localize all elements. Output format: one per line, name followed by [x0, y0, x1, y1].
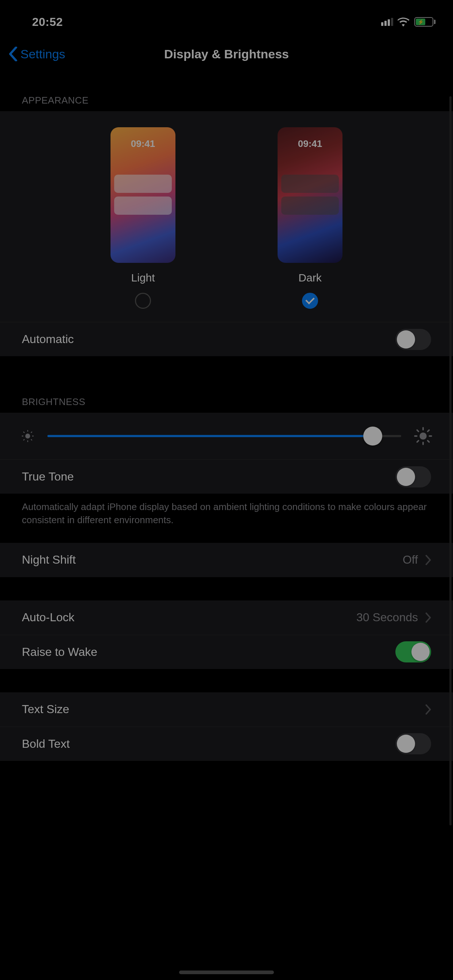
chevron-left-icon — [9, 47, 18, 61]
night-shift-label: Night Shift — [22, 553, 76, 566]
svg-line-15 — [428, 441, 429, 442]
appearance-mode-light[interactable]: 09:41 Light — [110, 127, 175, 309]
page-title: Display & Brightness — [164, 47, 289, 61]
chevron-right-icon — [425, 555, 431, 565]
status-bar: 20:52 ⚡ — [0, 0, 453, 37]
automatic-toggle[interactable] — [396, 329, 431, 350]
light-radio[interactable] — [135, 293, 151, 309]
brightness-slider-row — [0, 413, 453, 460]
section-header-appearance: APPEARANCE — [0, 72, 453, 111]
night-shift-group: Night Shift Off — [0, 543, 453, 577]
section-header-brightness: BRIGHTNESS — [0, 356, 453, 413]
status-icons: ⚡ — [381, 17, 435, 27]
svg-line-6 — [31, 440, 32, 441]
display-options-group: Auto-Lock 30 Seconds Raise to Wake — [0, 600, 453, 669]
raise-to-wake-label: Raise to Wake — [22, 645, 97, 659]
svg-line-7 — [24, 440, 24, 441]
auto-lock-label: Auto-Lock — [22, 611, 74, 624]
wifi-icon — [397, 17, 410, 27]
nav-bar: Settings Display & Brightness — [0, 37, 453, 72]
svg-line-14 — [417, 430, 419, 432]
text-size-row[interactable]: Text Size — [0, 692, 453, 727]
svg-line-5 — [24, 432, 24, 433]
sun-max-icon — [414, 426, 432, 445]
status-time: 20:52 — [32, 15, 63, 29]
text-size-label: Text Size — [22, 703, 69, 716]
auto-lock-row[interactable]: Auto-Lock 30 Seconds — [0, 600, 453, 635]
true-tone-label: True Tone — [22, 470, 74, 484]
chevron-right-icon — [425, 612, 431, 623]
night-shift-row[interactable]: Night Shift Off — [0, 543, 453, 577]
scroll-indicator[interactable] — [449, 96, 451, 826]
true-tone-description: Automatically adapt iPhone display based… — [0, 494, 453, 543]
dark-label: Dark — [298, 272, 321, 284]
battery-icon: ⚡ — [414, 17, 435, 27]
bold-text-toggle[interactable] — [396, 733, 431, 754]
svg-line-17 — [428, 430, 429, 432]
bold-text-label: Bold Text — [22, 737, 70, 751]
svg-line-8 — [31, 432, 32, 433]
light-label: Light — [131, 272, 155, 284]
true-tone-row[interactable]: True Tone — [0, 460, 453, 494]
appearance-mode-dark[interactable]: 09:41 Dark — [278, 127, 343, 309]
text-group: Text Size Bold Text — [0, 692, 453, 761]
automatic-label: Automatic — [22, 332, 74, 346]
dark-preview-icon: 09:41 — [278, 127, 343, 263]
svg-point-9 — [420, 433, 427, 440]
svg-point-0 — [25, 433, 30, 438]
sun-min-icon — [21, 429, 35, 443]
auto-lock-value: 30 Seconds — [356, 611, 418, 624]
dark-radio[interactable] — [302, 293, 318, 309]
home-indicator[interactable] — [179, 970, 274, 974]
automatic-row[interactable]: Automatic — [0, 322, 453, 356]
bold-text-row[interactable]: Bold Text — [0, 727, 453, 761]
brightness-group: True Tone — [0, 413, 453, 494]
night-shift-value: Off — [403, 553, 418, 566]
true-tone-toggle[interactable] — [396, 466, 431, 487]
raise-to-wake-toggle[interactable] — [396, 641, 431, 662]
cellular-icon — [381, 18, 393, 26]
raise-to-wake-row[interactable]: Raise to Wake — [0, 635, 453, 669]
light-preview-icon: 09:41 — [110, 127, 175, 263]
back-label: Settings — [21, 47, 65, 61]
svg-line-16 — [417, 441, 419, 442]
brightness-slider[interactable] — [48, 435, 401, 437]
chevron-right-icon — [425, 705, 431, 714]
back-button[interactable]: Settings — [9, 47, 65, 61]
appearance-group: 09:41 Light 09:41 Dark Automatic — [0, 111, 453, 356]
